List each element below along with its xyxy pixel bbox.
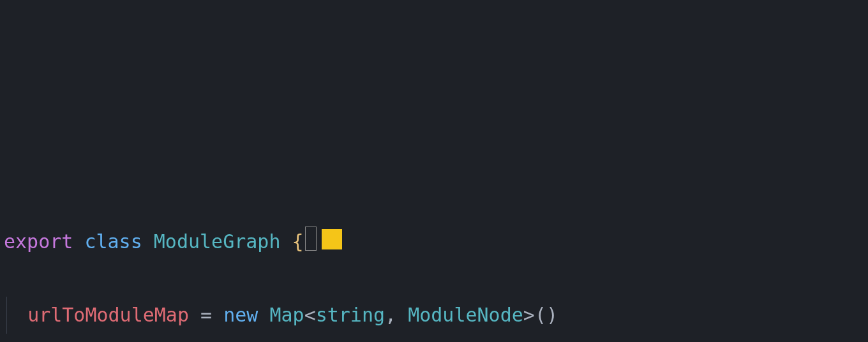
angle: < — [304, 304, 316, 326]
property: urlToModuleMap — [27, 304, 189, 326]
equals: = — [200, 304, 212, 326]
keyword-class: class — [84, 230, 142, 253]
class-name: ModuleGraph — [154, 230, 281, 253]
keyword-new: new — [223, 304, 258, 326]
type: string — [316, 304, 385, 326]
type: Map — [269, 304, 304, 326]
keyword-export: export — [4, 230, 73, 253]
angle: > — [523, 304, 535, 326]
indent-guide — [6, 297, 7, 334]
code-line[interactable]: export class ModuleGraph { — [0, 223, 868, 260]
modified-indicator — [322, 229, 342, 249]
comma: , — [385, 304, 408, 326]
code-editor[interactable]: export class ModuleGraph { urlToModuleMa… — [0, 145, 868, 342]
parens: () — [535, 304, 558, 326]
type: ModuleNode — [408, 304, 523, 326]
brace-open: { — [292, 230, 304, 253]
cursor — [305, 227, 317, 251]
code-line[interactable]: urlToModuleMap = new Map<string, ModuleN… — [0, 297, 868, 334]
